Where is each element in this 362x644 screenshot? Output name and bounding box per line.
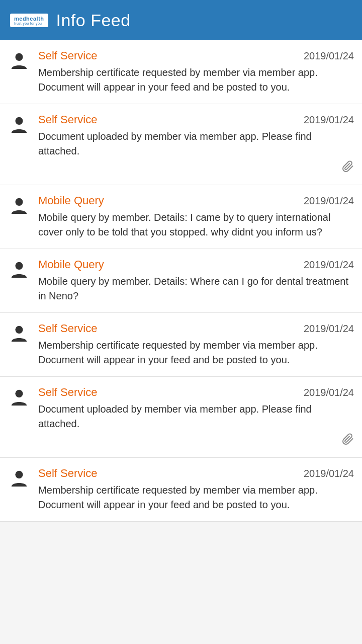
feed-item-body: Membership certificate requested by memb… (38, 338, 354, 367)
feed-list: Self Service2019/01/24Membership certifi… (0, 40, 362, 522)
feed-item-header: Self Service2019/01/24 (38, 49, 354, 62)
logo-text-top: medhealth (14, 16, 44, 22)
paperclip-icon (342, 433, 354, 448)
feed-item-content: Mobile Query2019/01/24Mobile query by me… (38, 258, 354, 303)
avatar (8, 258, 30, 280)
avatar (8, 467, 30, 489)
feed-item-date: 2019/01/24 (304, 50, 354, 62)
list-item[interactable]: Self Service2019/01/24Membership certifi… (0, 40, 362, 104)
feed-item-date: 2019/01/24 (304, 195, 354, 207)
avatar (8, 322, 30, 344)
feed-item-body: Membership certificate requested by memb… (38, 483, 354, 512)
svg-point-5 (15, 390, 23, 397)
logo-text-bottom: trust you for you (14, 22, 44, 25)
feed-item-body: Document uploaded by member via member a… (38, 129, 354, 158)
feed-item-header: Self Service2019/01/24 (38, 386, 354, 399)
feed-item-content: Mobile Query2019/01/24Mobile query by me… (38, 194, 354, 239)
feed-item-header: Mobile Query2019/01/24 (38, 258, 354, 271)
feed-item-type: Self Service (38, 322, 97, 335)
feed-item-date: 2019/01/24 (304, 468, 354, 479)
feed-item-header: Self Service2019/01/24 (38, 113, 354, 126)
list-item[interactable]: Mobile Query2019/01/24Mobile query by me… (0, 249, 362, 313)
feed-item-content: Self Service2019/01/24Membership certifi… (38, 49, 354, 95)
feed-item-content: Self Service2019/01/24Membership certifi… (38, 467, 354, 512)
feed-item-body: Document uploaded by member via member a… (38, 402, 354, 431)
svg-point-1 (15, 117, 23, 125)
feed-item-content: Self Service2019/01/24Membership certifi… (38, 322, 354, 367)
feed-item-type: Mobile Query (38, 258, 104, 271)
feed-item-date: 2019/01/24 (304, 387, 354, 398)
svg-point-4 (15, 326, 23, 334)
paperclip-icon (342, 160, 354, 176)
feed-item-body: Mobile query by member. Details: I came … (38, 210, 354, 239)
feed-item-type: Self Service (38, 113, 97, 126)
list-item[interactable]: Self Service2019/01/24Document uploaded … (0, 377, 362, 458)
feed-item-content: Self Service2019/01/24Document uploaded … (38, 113, 354, 176)
feed-item-type: Self Service (38, 49, 97, 62)
svg-point-0 (15, 53, 23, 61)
feed-item-date: 2019/01/24 (304, 114, 354, 126)
attachment-row (38, 433, 354, 448)
feed-item-content: Self Service2019/01/24Document uploaded … (38, 386, 354, 448)
feed-item-header: Mobile Query2019/01/24 (38, 194, 354, 207)
page-title: Info Feed (56, 11, 131, 30)
avatar (8, 113, 30, 135)
feed-item-type: Self Service (38, 467, 97, 480)
svg-point-2 (15, 198, 23, 206)
feed-item-body: Mobile query by member. Details: Where c… (38, 274, 354, 303)
feed-item-header: Self Service2019/01/24 (38, 467, 354, 480)
list-item[interactable]: Self Service2019/01/24Membership certifi… (0, 458, 362, 522)
feed-item-body: Membership certificate requested by memb… (38, 65, 354, 95)
list-item[interactable]: Self Service2019/01/24Membership certifi… (0, 313, 362, 377)
app-header: medhealth trust you for you Info Feed (0, 0, 362, 40)
feed-item-type: Self Service (38, 386, 97, 399)
feed-item-header: Self Service2019/01/24 (38, 322, 354, 335)
avatar (8, 49, 30, 71)
list-item[interactable]: Self Service2019/01/24Document uploaded … (0, 104, 362, 185)
avatar (8, 386, 30, 408)
avatar (8, 194, 30, 216)
svg-point-6 (15, 471, 23, 478)
feed-item-date: 2019/01/24 (304, 259, 354, 271)
svg-point-3 (15, 262, 23, 270)
attachment-row (38, 160, 354, 176)
app-logo: medhealth trust you for you (10, 14, 48, 27)
feed-item-type: Mobile Query (38, 194, 104, 207)
feed-item-date: 2019/01/24 (304, 323, 354, 335)
list-item[interactable]: Mobile Query2019/01/24Mobile query by me… (0, 185, 362, 249)
